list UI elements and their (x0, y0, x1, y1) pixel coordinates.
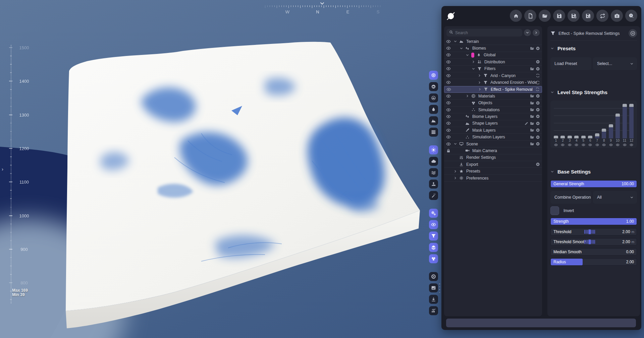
bar-eye-icon[interactable] (595, 143, 599, 147)
general-strength-field[interactable]: General Strength100.00 (550, 180, 637, 188)
mountain-view-button[interactable] (429, 116, 438, 125)
bar-eye-icon[interactable] (581, 143, 586, 147)
plus-icon[interactable] (536, 121, 540, 126)
save-button[interactable] (553, 10, 565, 22)
eye-icon[interactable] (446, 87, 454, 92)
objects-button[interactable] (429, 254, 438, 263)
tree-item-preferences[interactable]: Preferences (444, 175, 542, 182)
home-button[interactable] (510, 10, 522, 22)
refresh-icon[interactable] (535, 87, 540, 91)
setting-value[interactable]: 2.00 (622, 240, 630, 244)
tree-item-biome-layers[interactable]: Biome Layers (444, 113, 542, 120)
rebuild-button[interactable] (596, 10, 608, 22)
tree-item-materials[interactable]: Materials (444, 93, 542, 99)
bar-eye-icon[interactable] (602, 143, 606, 147)
plus-icon[interactable] (536, 135, 540, 139)
folder-icon[interactable] (530, 128, 534, 132)
search-input[interactable]: Search (446, 29, 522, 37)
raise-terrain-button[interactable] (429, 180, 438, 189)
record-button[interactable] (429, 272, 438, 281)
folder-icon[interactable] (530, 94, 534, 98)
folder-icon[interactable] (530, 46, 534, 51)
tree-item-objects[interactable]: Objects (444, 100, 542, 107)
tree-item-main-camera[interactable]: Main Camera (444, 147, 542, 154)
tree-item-effect-spike-removal[interactable]: Effect - Spike Removal (444, 86, 542, 93)
tree-item-simulations[interactable]: Simulations (444, 107, 542, 113)
eye-icon[interactable] (446, 66, 453, 71)
eye-icon[interactable] (446, 100, 453, 105)
folder-icon[interactable] (530, 101, 534, 105)
plus-icon[interactable] (536, 128, 540, 132)
setting-value[interactable]: 100.00 (622, 182, 634, 186)
snapshot-button[interactable] (429, 283, 438, 292)
eye-icon[interactable] (446, 135, 453, 139)
chevron-right-icon[interactable] (453, 176, 459, 180)
eye-icon[interactable] (446, 114, 453, 119)
refresh-icon[interactable] (536, 73, 540, 78)
setting-value[interactable]: 0.00 (626, 250, 634, 254)
setting-value[interactable]: 2.00 (626, 260, 634, 264)
tree-item-filters[interactable]: Filters (444, 66, 542, 72)
tree-item-render-settings[interactable]: Render Settings (444, 154, 542, 161)
save-as-button[interactable] (582, 10, 594, 22)
save-incremental-button[interactable] (568, 10, 580, 22)
eye-icon[interactable] (446, 39, 453, 44)
terrain-outline-view-button[interactable] (429, 93, 438, 103)
plus-icon[interactable] (536, 142, 540, 146)
chevron-right-icon[interactable] (478, 81, 483, 84)
folder-icon[interactable] (530, 135, 534, 139)
folder-icon[interactable] (530, 121, 534, 126)
level-steps-section-header[interactable]: Level Step Strengths (550, 89, 637, 95)
eye-icon[interactable] (446, 94, 453, 98)
search-prev-button[interactable] (524, 29, 531, 36)
chevron-right-icon[interactable] (478, 74, 483, 77)
eye-icon[interactable] (446, 73, 453, 78)
refresh-icon[interactable] (536, 80, 540, 85)
plus-icon[interactable] (536, 60, 540, 64)
eye-icon[interactable] (446, 46, 453, 51)
invert-checkbox[interactable] (550, 206, 559, 215)
pencil-icon[interactable] (524, 121, 529, 126)
chevron-down-icon[interactable] (453, 40, 459, 43)
load-preset-select[interactable]: Select... (593, 57, 637, 70)
lock-icon[interactable] (446, 148, 453, 153)
chevron-right-icon[interactable] (466, 94, 471, 98)
bar-eye-icon[interactable] (588, 143, 592, 147)
export-view-button[interactable] (429, 295, 438, 304)
open-project-button[interactable] (539, 10, 551, 22)
median-smooth-field[interactable]: Median Smooth0.00 (550, 248, 637, 256)
folder-icon[interactable] (530, 142, 534, 146)
tree-item-distribution[interactable]: Distribution (444, 59, 542, 65)
tree-item-advanced-erosion-wide[interactable]: Advanced Erosion - Wide (444, 79, 542, 86)
plus-icon[interactable] (536, 46, 540, 51)
screenshot-button[interactable] (611, 10, 623, 22)
tree-item-arid-canyon[interactable]: Arid - Canyon (444, 72, 542, 79)
wind-button[interactable] (429, 168, 438, 177)
bar-eye-icon[interactable] (609, 143, 613, 147)
tree-item-scene[interactable]: Scene (444, 141, 542, 147)
folder-icon[interactable] (530, 108, 534, 112)
plus-icon[interactable] (536, 101, 540, 105)
tree-item-simulation-layers[interactable]: Simulation Layers (444, 134, 542, 140)
clouds-button[interactable] (429, 157, 438, 166)
folder-icon[interactable] (530, 67, 534, 71)
tree-item-export[interactable]: Export (444, 161, 542, 168)
plus-icon[interactable] (536, 67, 540, 71)
bar-eye-icon[interactable] (554, 143, 558, 147)
tree-item-terrain[interactable]: Terrain (444, 38, 542, 45)
chevron-down-icon[interactable] (453, 142, 459, 146)
folder-icon[interactable] (530, 114, 534, 119)
plus-icon[interactable] (536, 108, 540, 112)
terrain-view-button[interactable] (429, 82, 438, 91)
tree-item-global[interactable]: Global (444, 52, 542, 59)
eye-icon[interactable] (446, 128, 453, 133)
setting-value[interactable]: 2.00 (622, 229, 630, 234)
tree-item-mask-layers[interactable]: Mask Layers (444, 127, 542, 134)
visibility-button[interactable] (429, 220, 438, 229)
chevron-right-icon[interactable] (472, 60, 477, 64)
setting-value[interactable]: 1.00 (626, 219, 634, 224)
tree-item-shape-layers[interactable]: Shape Layers (444, 120, 542, 127)
combine-operation-select[interactable]: All (593, 191, 637, 204)
scrub-handle[interactable] (584, 240, 595, 244)
eye-icon[interactable] (446, 121, 453, 126)
